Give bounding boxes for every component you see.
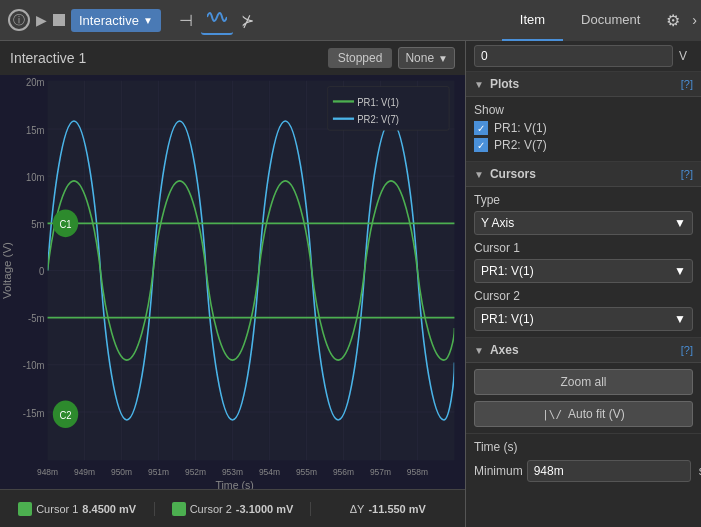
autofit-button[interactable]: |\/ Auto fit (V) [474,401,693,427]
cursors-content: Type Y Axis ▼ Cursor 1 PR1: V(1) ▼ Curso… [466,187,701,338]
axes-help[interactable]: [?] [681,344,693,356]
top-icons: ⊣ ⊁ [167,5,266,35]
none-dropdown[interactable]: None ▼ [398,47,455,69]
chart-bottom: Cursor 1 8.4500 mV Cursor 2 -3.1000 mV Δ… [0,489,465,527]
branch-icon[interactable]: ⊣ [173,7,199,34]
svg-text:951m: 951m [148,467,169,477]
axes-triangle-icon: ▼ [474,345,484,356]
svg-text:15m: 15m [26,124,44,135]
svg-text:Voltage (V): Voltage (V) [1,242,12,299]
min-unit: s [695,464,701,478]
cursors-help[interactable]: [?] [681,168,693,180]
cursor2-info: Cursor 2 -3.1000 mV [155,502,310,516]
svg-text:952m: 952m [185,467,206,477]
plots-triangle-icon: ▼ [474,79,484,90]
type-dropdown[interactable]: Y Axis ▼ [474,211,693,235]
svg-text:C1: C1 [59,219,72,230]
cursor1-arrow-icon: ▼ [674,264,686,278]
type-label: Type [474,193,693,207]
min-label: Minimum [474,464,523,478]
right-panel: V ▼ Plots [?] Show ✓ PR1: V(1) ✓ PR2: V(… [466,41,701,527]
svg-text:-15m: -15m [23,407,45,418]
cursor2-label: Cursor 2 [190,503,232,515]
info-icon[interactable]: ⓘ [8,9,30,31]
svg-text:948m: 948m [37,467,58,477]
chart-plot[interactable]: 20m 15m 10m 5m 0 -5m -10m -15m Voltage (… [0,75,465,489]
main-area: Interactive 1 Stopped None ▼ [0,41,701,527]
pr1-checkbox-label: PR1: V(1) [494,121,547,135]
status-badge: Stopped [328,48,393,68]
delta-label: ΔY [350,503,365,515]
plots-help[interactable]: [?] [681,78,693,90]
voltage-row: V [466,41,701,72]
delta-value: -11.550 mV [368,503,425,515]
svg-text:954m: 954m [259,467,280,477]
voltage-input[interactable] [474,45,673,67]
chart-title: Interactive 1 [10,50,86,66]
top-bar-left: ⓘ ▶ Interactive ▼ ⊣ ⊁ [0,5,502,35]
pr2-checkbox-row: ✓ PR2: V(7) [474,138,693,152]
svg-text:20m: 20m [26,77,44,88]
cursor1-dropdown[interactable]: PR1: V(1) ▼ [474,259,693,283]
cursor2-arrow-icon: ▼ [674,312,686,326]
pr2-checkbox[interactable]: ✓ [474,138,488,152]
dropdown-arrow-icon: ▼ [143,15,153,26]
interactive-label: Interactive [79,13,139,28]
pr1-checkbox[interactable]: ✓ [474,121,488,135]
svg-text:958m: 958m [407,467,428,477]
axes-section-header[interactable]: ▼ Axes [?] [466,338,701,363]
cursor1-color [18,502,32,516]
svg-text:949m: 949m [74,467,95,477]
chart-title-bar: Interactive 1 Stopped None ▼ [0,41,465,75]
axes-content: Zoom all |\/ Auto fit (V) [466,363,701,434]
cursor-icon[interactable]: ⊁ [235,7,260,34]
cursor1-info: Cursor 1 8.4500 mV [0,502,155,516]
svg-text:957m: 957m [370,467,391,477]
type-value: Y Axis [481,216,514,230]
plots-section-header[interactable]: ▼ Plots [?] [466,72,701,97]
svg-text:Time (s): Time (s) [215,479,253,489]
show-label: Show [474,103,693,117]
cursor1-value: 8.4500 mV [82,503,136,515]
cursor2-dropdown[interactable]: PR1: V(1) ▼ [474,307,693,331]
autofit-label: Auto fit (V) [568,407,625,421]
chart-area: Interactive 1 Stopped None ▼ [0,41,466,527]
svg-text:10m: 10m [26,171,44,182]
plots-content: Show ✓ PR1: V(1) ✓ PR2: V(7) [466,97,701,162]
wave-icon[interactable] [201,5,233,35]
svg-text:956m: 956m [333,467,354,477]
pr1-checkbox-row: ✓ PR1: V(1) [474,121,693,135]
cursors-triangle-icon: ▼ [474,169,484,180]
svg-text:953m: 953m [222,467,243,477]
min-row: Minimum s [474,460,693,482]
autofit-icon: |\/ [542,408,562,421]
axes-section-title: Axes [490,343,681,357]
time-section: Time (s) Minimum s [466,434,701,488]
tab-item[interactable]: Item [502,0,563,41]
cursor2-value: -3.1000 mV [236,503,293,515]
pr2-checkmark: ✓ [477,140,485,151]
delta-info: ΔY -11.550 mV [311,503,465,515]
chevron-right-icon[interactable]: › [688,12,701,28]
gear-icon[interactable]: ⚙ [658,11,688,30]
tab-document[interactable]: Document [563,0,658,41]
svg-text:5m: 5m [31,219,44,230]
chart-controls: Stopped None ▼ [328,47,455,69]
interactive-dropdown[interactable]: Interactive ▼ [71,9,161,32]
none-dropdown-arrow: ▼ [438,53,448,64]
zoom-all-button[interactable]: Zoom all [474,369,693,395]
cursors-section-title: Cursors [490,167,681,181]
cursors-section-header[interactable]: ▼ Cursors [?] [466,162,701,187]
svg-text:C2: C2 [59,409,72,420]
stop-button[interactable] [53,14,65,26]
cursor1-field-label: Cursor 1 [474,241,693,255]
voltage-unit: V [673,49,693,63]
svg-text:-10m: -10m [23,360,45,371]
svg-text:PR1: V(1): PR1: V(1) [357,97,399,108]
min-input[interactable] [527,460,691,482]
cursor2-color [172,502,186,516]
plots-section-title: Plots [490,77,681,91]
play-button[interactable]: ▶ [36,12,47,28]
pr1-checkmark: ✓ [477,123,485,134]
svg-text:0: 0 [39,266,45,277]
